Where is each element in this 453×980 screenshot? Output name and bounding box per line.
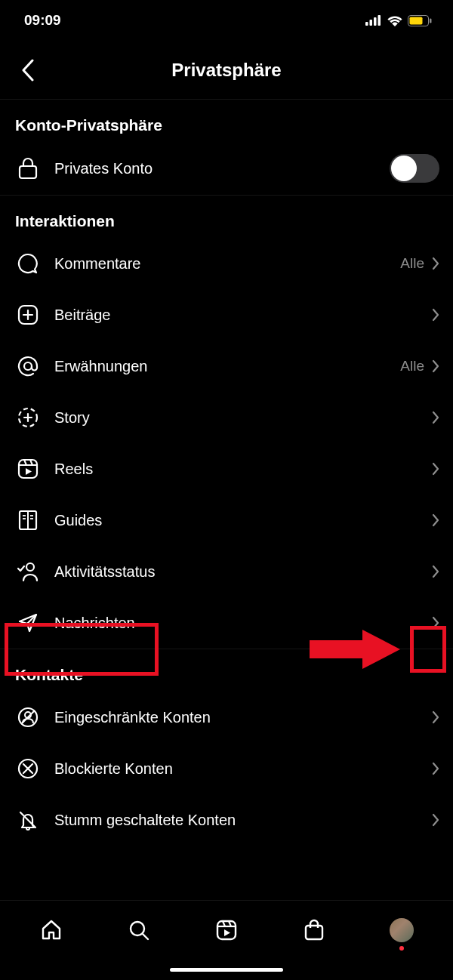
chevron-right-icon bbox=[432, 411, 439, 424]
row-label: Aktivitätsstatus bbox=[42, 563, 432, 581]
svg-marker-19 bbox=[26, 468, 32, 475]
wifi-icon bbox=[387, 14, 403, 26]
row-posts[interactable]: Beiträge bbox=[0, 289, 453, 341]
battery-icon bbox=[408, 15, 432, 26]
status-indicators bbox=[365, 14, 432, 26]
row-mentions[interactable]: Erwähnungen Alle bbox=[0, 341, 453, 392]
messages-icon bbox=[17, 612, 39, 633]
chevron-right-icon bbox=[432, 308, 439, 322]
tab-shop[interactable] bbox=[297, 914, 331, 947]
chevron-right-icon bbox=[432, 813, 439, 827]
chevron-right-icon bbox=[432, 710, 439, 724]
svg-rect-6 bbox=[430, 18, 432, 23]
nav-header: Privatsphäre bbox=[0, 41, 453, 100]
svg-rect-2 bbox=[374, 17, 377, 26]
chevron-right-icon bbox=[432, 359, 439, 373]
row-label: Reels bbox=[42, 461, 432, 478]
row-label: Kommentare bbox=[42, 255, 400, 273]
row-muted-accounts[interactable]: Stumm geschaltete Konten bbox=[0, 794, 453, 846]
row-activity-status[interactable]: Aktivitätsstatus bbox=[0, 546, 453, 597]
chevron-right-icon bbox=[432, 513, 439, 527]
row-value: Alle bbox=[400, 358, 424, 374]
muted-icon bbox=[17, 809, 39, 831]
toggle-knob bbox=[391, 156, 417, 181]
row-messages[interactable]: Nachrichten bbox=[0, 597, 453, 649]
row-label: Erwähnungen bbox=[42, 358, 400, 375]
tab-profile[interactable] bbox=[385, 914, 418, 947]
tab-search[interactable] bbox=[122, 914, 156, 947]
lock-icon bbox=[17, 157, 39, 180]
guides-icon bbox=[17, 509, 39, 532]
row-comments[interactable]: Kommentare Alle bbox=[0, 238, 453, 289]
row-label: Stumm geschaltete Konten bbox=[42, 812, 432, 829]
svg-rect-1 bbox=[370, 20, 373, 26]
svg-point-26 bbox=[26, 563, 34, 571]
notification-dot bbox=[399, 946, 404, 951]
plus-square-icon bbox=[17, 304, 39, 325]
reels-tab-icon bbox=[215, 919, 238, 941]
search-icon bbox=[128, 919, 150, 941]
svg-rect-0 bbox=[365, 22, 368, 26]
content: Konto-Privatsphäre Privates Konto Intera… bbox=[0, 100, 453, 900]
svg-rect-5 bbox=[410, 17, 423, 24]
row-label: Story bbox=[42, 409, 432, 427]
row-restricted-accounts[interactable]: Eingeschränkte Konten bbox=[0, 692, 453, 743]
tab-home[interactable] bbox=[35, 914, 68, 947]
status-bar: 09:09 bbox=[0, 0, 453, 41]
avatar bbox=[390, 918, 414, 942]
home-icon bbox=[40, 919, 63, 941]
story-icon bbox=[17, 406, 39, 429]
section-header-interactions: Interaktionen bbox=[0, 196, 453, 238]
reels-icon bbox=[17, 458, 39, 479]
row-label: Nachrichten bbox=[42, 615, 432, 632]
back-button[interactable] bbox=[11, 54, 44, 87]
row-blocked-accounts[interactable]: Blockierte Konten bbox=[0, 743, 453, 794]
restricted-icon bbox=[17, 706, 39, 729]
row-private-account[interactable]: Privates Konto bbox=[0, 142, 453, 195]
svg-point-11 bbox=[24, 362, 32, 370]
row-label: Guides bbox=[42, 512, 432, 529]
private-account-label: Privates Konto bbox=[42, 160, 390, 177]
page-title: Privatsphäre bbox=[0, 60, 453, 81]
status-time: 09:09 bbox=[24, 12, 61, 29]
svg-rect-3 bbox=[378, 15, 381, 26]
chevron-right-icon bbox=[432, 616, 439, 630]
row-label: Blockierte Konten bbox=[42, 760, 432, 778]
row-reels[interactable]: Reels bbox=[0, 443, 453, 495]
home-indicator bbox=[0, 959, 453, 980]
blocked-icon bbox=[17, 757, 39, 780]
svg-marker-41 bbox=[224, 929, 230, 936]
activity-icon bbox=[17, 561, 39, 582]
svg-rect-42 bbox=[306, 926, 322, 939]
svg-rect-15 bbox=[19, 460, 37, 478]
private-account-toggle[interactable] bbox=[390, 154, 439, 183]
chevron-left-icon bbox=[21, 59, 34, 82]
svg-rect-37 bbox=[217, 921, 236, 939]
tab-reels[interactable] bbox=[210, 914, 243, 947]
section-header-account-privacy: Konto-Privatsphäre bbox=[0, 100, 453, 142]
row-guides[interactable]: Guides bbox=[0, 495, 453, 546]
row-label: Eingeschränkte Konten bbox=[42, 709, 432, 726]
svg-rect-7 bbox=[20, 166, 36, 178]
row-story[interactable]: Story bbox=[0, 392, 453, 443]
svg-line-36 bbox=[143, 934, 148, 939]
chevron-right-icon bbox=[432, 257, 439, 270]
signal-icon bbox=[365, 15, 382, 26]
chevron-right-icon bbox=[432, 462, 439, 476]
mention-icon bbox=[17, 355, 39, 378]
section-header-contacts: Kontakte bbox=[0, 649, 453, 692]
row-value: Alle bbox=[400, 255, 424, 272]
chevron-right-icon bbox=[432, 762, 439, 775]
tab-bar bbox=[0, 900, 453, 959]
comment-icon bbox=[17, 252, 39, 275]
row-label: Beiträge bbox=[42, 307, 432, 324]
shop-icon bbox=[303, 919, 325, 941]
chevron-right-icon bbox=[432, 565, 439, 578]
